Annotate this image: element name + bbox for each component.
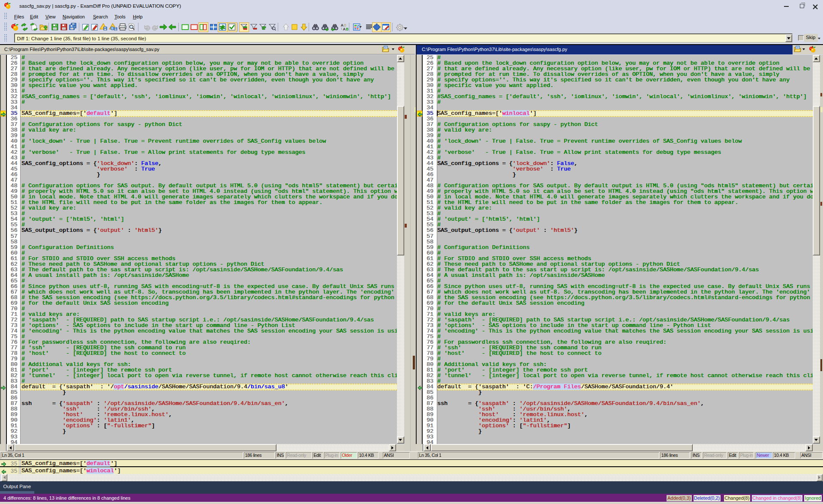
svg-text:B: B bbox=[346, 27, 348, 31]
svg-text:A: A bbox=[343, 27, 345, 31]
